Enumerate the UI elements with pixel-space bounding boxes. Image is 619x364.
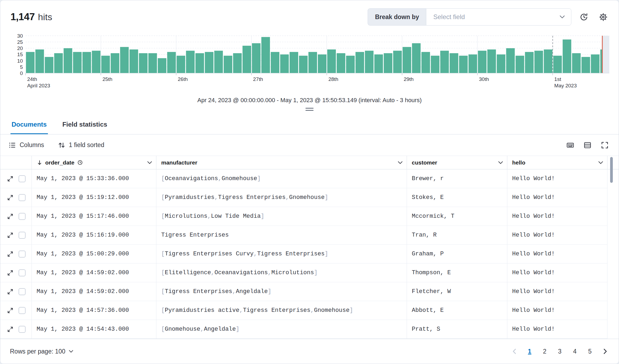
- table-row: May 1, 2023 @ 14:54:43.000[Gnomehouse, A…: [0, 320, 619, 339]
- svg-text:25th: 25th: [103, 76, 112, 82]
- columns-button[interactable]: Columns: [9, 141, 44, 149]
- svg-text:28th: 28th: [328, 76, 338, 82]
- row-checkbox[interactable]: [19, 307, 26, 314]
- chevron-down-icon: [397, 159, 403, 166]
- expand-row-button[interactable]: [6, 288, 14, 296]
- cell-customer: Brewer, r: [407, 169, 507, 188]
- display-options-button[interactable]: [581, 139, 594, 152]
- resize-handle[interactable]: [305, 108, 314, 111]
- row-controls: [0, 188, 32, 207]
- column-label: manufacturer: [161, 159, 197, 166]
- expand-row-button[interactable]: [6, 175, 14, 183]
- row-gutter: [607, 320, 619, 339]
- header-gutter: [607, 156, 619, 169]
- row-checkbox[interactable]: [19, 251, 26, 258]
- chevron-left-icon: [511, 348, 518, 355]
- header-cell-manufacturer[interactable]: manufacturer: [156, 156, 407, 169]
- row-gutter: [607, 301, 619, 320]
- cell-hello: Hello World!: [507, 320, 607, 339]
- columns-label: Columns: [20, 141, 44, 149]
- density-icon: [584, 141, 591, 149]
- expand-row-button[interactable]: [6, 212, 14, 220]
- page-button-1[interactable]: 1: [523, 345, 536, 358]
- table-body: May 1, 2023 @ 15:33:36.000[Oceanavigatio…: [0, 169, 619, 339]
- row-checkbox[interactable]: [19, 194, 26, 201]
- table-row: May 1, 2023 @ 15:00:29.000[Tigress Enter…: [0, 245, 619, 263]
- rows-per-page-label: Rows per page: 100: [10, 348, 65, 355]
- chevron-down-icon: [146, 159, 153, 166]
- header-cell-order-date[interactable]: order_date: [32, 156, 156, 169]
- header-cell-customer[interactable]: customer: [407, 156, 507, 169]
- page-button-2[interactable]: 2: [539, 345, 551, 358]
- grid-toolbar-actions: [564, 139, 611, 152]
- time-refresh-icon: [580, 13, 588, 21]
- row-controls: [0, 282, 32, 301]
- chart-options-button[interactable]: [596, 10, 610, 24]
- cell-order-date: May 1, 2023 @ 15:19:12.000: [32, 188, 156, 207]
- breakdown-select-value: Select field: [433, 13, 465, 21]
- cell-customer: Graham, P: [407, 245, 507, 263]
- column-label: customer: [412, 159, 437, 166]
- svg-text:30th: 30th: [479, 76, 489, 82]
- expand-icon: [7, 251, 13, 257]
- svg-text:26th: 26th: [178, 76, 188, 82]
- table-header: order_date manufacturer customer hello: [0, 156, 619, 169]
- row-gutter: [607, 263, 619, 282]
- svg-text:25: 25: [17, 39, 23, 45]
- row-checkbox[interactable]: [19, 288, 26, 295]
- expand-row-button[interactable]: [6, 269, 14, 277]
- tab-documents[interactable]: Documents: [10, 116, 48, 134]
- svg-text:24th: 24th: [27, 76, 37, 82]
- previous-page-button[interactable]: [508, 345, 521, 358]
- expand-row-button[interactable]: [6, 231, 14, 239]
- cell-customer: Thompson, E: [407, 263, 507, 282]
- row-controls: [0, 301, 32, 320]
- keyboard-shortcuts-button[interactable]: [564, 139, 577, 152]
- tab-field-statistics[interactable]: Field statistics: [61, 116, 108, 134]
- breakdown-select[interactable]: Select field: [426, 8, 571, 26]
- svg-text:29th: 29th: [404, 76, 414, 82]
- cell-hello: Hello World!: [507, 245, 607, 263]
- row-checkbox[interactable]: [19, 175, 26, 182]
- cell-hello: Hello World!: [507, 282, 607, 301]
- header-cell-controls: [0, 156, 32, 169]
- discover-panel: 1,147 hits Break down by Select field 05…: [0, 0, 619, 364]
- rows-per-page-button[interactable]: Rows per page: 100: [10, 348, 74, 355]
- page-button-3[interactable]: 3: [554, 345, 566, 358]
- expand-row-button[interactable]: [6, 250, 14, 258]
- cell-manufacturer: [Elitelligence, Oceanavigations, Microlu…: [156, 263, 407, 282]
- row-checkbox[interactable]: [19, 232, 26, 239]
- sorted-fields-label: 1 field sorted: [69, 141, 104, 149]
- cell-manufacturer: [Microlutions, Low Tide Media]: [156, 207, 407, 226]
- table-row: May 1, 2023 @ 14:57:36.000[Pyramidustrie…: [0, 301, 619, 320]
- row-checkbox[interactable]: [19, 269, 26, 276]
- expand-row-button[interactable]: [6, 306, 14, 315]
- row-checkbox[interactable]: [19, 213, 26, 220]
- table-scrollbar[interactable]: [610, 157, 613, 183]
- expand-icon: [7, 176, 13, 182]
- cell-hello: Hello World!: [507, 169, 607, 188]
- cell-order-date: May 1, 2023 @ 14:59:02.000: [32, 263, 156, 282]
- clock-icon: [77, 160, 83, 165]
- next-page-button[interactable]: [599, 345, 611, 358]
- header-cell-hello[interactable]: hello: [507, 156, 607, 169]
- time-refresh-button[interactable]: [577, 10, 591, 24]
- row-gutter: [607, 245, 619, 263]
- expand-icon: [7, 232, 13, 238]
- page-button-4[interactable]: 4: [569, 345, 581, 358]
- svg-text:5: 5: [20, 64, 23, 70]
- column-label: order_date: [45, 159, 75, 166]
- grid-footer: Rows per page: 100 12345: [0, 339, 619, 364]
- expand-row-button[interactable]: [6, 325, 14, 333]
- fullscreen-button[interactable]: [598, 139, 611, 152]
- expand-row-button[interactable]: [6, 194, 14, 202]
- cell-customer: Fletcher, W: [407, 282, 507, 301]
- histogram-chart[interactable]: 05101520253024thApril 202325th26th27th28…: [0, 32, 619, 94]
- sorted-fields-button[interactable]: 1 field sorted: [58, 141, 104, 149]
- hits-count: 1,147: [10, 11, 35, 23]
- page-button-5[interactable]: 5: [584, 345, 596, 358]
- expand-icon: [7, 270, 13, 276]
- tab-bar: DocumentsField statistics: [0, 116, 619, 134]
- row-checkbox[interactable]: [19, 326, 26, 333]
- sort-fields-icon: [58, 142, 65, 149]
